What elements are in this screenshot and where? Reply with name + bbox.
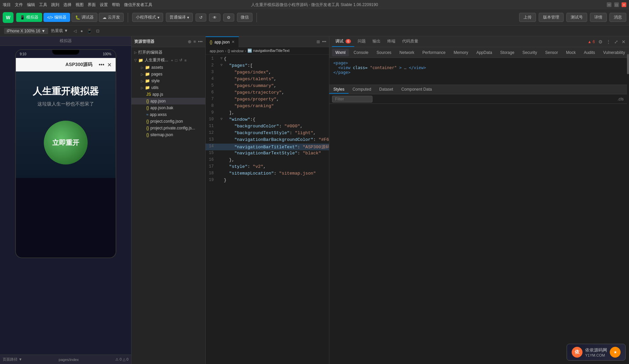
subtab-network[interactable]: Network: [396, 49, 418, 56]
tab-quality[interactable]: 代码质量: [399, 36, 422, 47]
subtab-sources[interactable]: Sources: [373, 49, 395, 56]
close-button[interactable]: ✕: [622, 2, 626, 7]
folder-utils[interactable]: ▷ 📁 utils: [131, 84, 205, 91]
back-icon[interactable]: ◁: [73, 29, 77, 33]
open-editors-section[interactable]: ▷ 打开的编辑器: [131, 49, 205, 56]
message-button[interactable]: 消息: [609, 13, 626, 22]
subtab-sensor[interactable]: Sensor: [542, 49, 561, 56]
new-folder-btn[interactable]: □: [175, 58, 177, 62]
fold-arrow[interactable]: ▽: [219, 117, 224, 121]
menu-item-wechat[interactable]: 微信开发者工具: [124, 2, 152, 8]
devtools-expand-icon[interactable]: ⤢: [613, 38, 619, 45]
subtab-console[interactable]: Console: [350, 49, 372, 56]
subtab-memory[interactable]: Memory: [450, 49, 472, 56]
screenshot-icon[interactable]: ⊡: [96, 29, 99, 33]
file-appjsonbak[interactable]: {} app.json.bak: [131, 104, 205, 111]
editor-code-content[interactable]: 1 ▽ { 2 ▽ "pages":[ 3 "pages/index", 4: [206, 55, 329, 364]
more-editor-icon[interactable]: •••: [322, 39, 326, 44]
phone-restart-button[interactable]: 立即重开: [44, 121, 88, 164]
collapse-tree-btn[interactable]: ≡: [184, 58, 186, 62]
window-controls[interactable]: ─ □ ✕: [607, 2, 626, 7]
menu-bar[interactable]: 项目 文件 编辑 工具 跳到 选择 视图 界面 设置 帮助 微信开发者工具: [3, 2, 152, 8]
compile-dropdown[interactable]: 普通编译 ▾: [166, 13, 193, 22]
menu-item-interface[interactable]: 界面: [88, 2, 96, 8]
project-root[interactable]: ▽ 📁 人生重开模... + □ ↺ ≡: [131, 56, 205, 64]
tab-output[interactable]: 输出: [369, 36, 384, 47]
collapse-all-icon[interactable]: ≡: [193, 39, 196, 44]
folder-pages[interactable]: ▷ 📁 pages: [131, 71, 205, 78]
styles-tab-styles[interactable]: Styles: [329, 86, 349, 94]
tab-debug[interactable]: 调试 6: [332, 36, 354, 47]
file-projectconfig[interactable]: {} project.config.json: [131, 118, 205, 125]
more-icon[interactable]: •••: [198, 39, 203, 44]
debugger-button[interactable]: 🐛 调试器: [71, 13, 97, 22]
fold-arrow[interactable]: ▽: [219, 63, 224, 67]
subtab-security[interactable]: Security: [519, 49, 540, 56]
split-editor-icon[interactable]: ⊞: [317, 39, 320, 44]
file-projectprivate[interactable]: {} project.private.config.js...: [131, 125, 205, 131]
device-selector[interactable]: iPhone X 100% 16 ▼: [4, 28, 48, 34]
devtools-close-icon[interactable]: ✕: [621, 38, 626, 45]
styles-tab-dataset[interactable]: Dataset: [375, 86, 397, 94]
dots-icon[interactable]: •••: [99, 62, 104, 68]
subtab-performance[interactable]: Performance: [419, 49, 449, 56]
folder-assets[interactable]: ▷ 📁 assets: [131, 64, 205, 71]
subtab-wxml[interactable]: Wxml: [332, 49, 349, 56]
menu-item-tool[interactable]: 工具: [39, 2, 47, 8]
settings-toolbar-button[interactable]: ⚙: [223, 13, 234, 22]
menu-item-help[interactable]: 帮助: [112, 2, 120, 8]
cloud-button[interactable]: ☁ 云开发: [99, 13, 124, 22]
subtab-audits[interactable]: Audits: [580, 49, 598, 56]
styles-filter-input[interactable]: [332, 96, 372, 102]
subtab-appdata[interactable]: AppData: [473, 49, 496, 56]
styles-tab-component[interactable]: Component Data: [397, 86, 436, 94]
test-button[interactable]: 测试号: [566, 13, 587, 22]
device-icon[interactable]: 📱: [87, 29, 92, 33]
wechat-button[interactable]: 微信: [237, 13, 252, 22]
filetree-actions[interactable]: ⊕ ≡ •••: [188, 39, 203, 44]
view-tag[interactable]: <view: [338, 65, 350, 70]
menu-item-select[interactable]: 选择: [63, 2, 71, 8]
menu-item-project[interactable]: 项目: [3, 2, 11, 8]
fold-arrow[interactable]: ▽: [219, 56, 224, 60]
editor-scrollbar-thumb[interactable]: [627, 54, 629, 74]
minimize-button[interactable]: ─: [607, 2, 611, 7]
styles-tab-computed[interactable]: Computed: [349, 86, 375, 94]
file-appjs[interactable]: JS app.js: [131, 91, 205, 98]
tab-issues[interactable]: 问题: [354, 36, 369, 47]
phone-nav-icons[interactable]: ••• ✕: [99, 62, 112, 68]
maximize-button[interactable]: □: [614, 2, 619, 7]
tab-appjson[interactable]: {} app.json ✕: [206, 36, 239, 47]
tab-close-button[interactable]: ✕: [232, 40, 235, 44]
editor-scrollbar[interactable]: [627, 54, 629, 320]
new-file-btn[interactable]: +: [171, 58, 173, 62]
upload-button[interactable]: 上传: [519, 13, 536, 22]
mode-dropdown[interactable]: 小程序模式 ▾: [132, 13, 163, 22]
page-tag[interactable]: <page>: [333, 61, 348, 65]
menu-item-goto[interactable]: 跳到: [51, 2, 59, 8]
tab-terminal[interactable]: 终端: [384, 36, 399, 47]
preview-button[interactable]: 👁: [209, 13, 220, 22]
file-appjson[interactable]: {} app.json: [131, 98, 205, 104]
menu-item-edit[interactable]: 编辑: [27, 2, 35, 8]
hotreload-toggle[interactable]: 热重载 ▼: [51, 28, 68, 34]
devtools-more-icon[interactable]: ⋮: [605, 38, 611, 45]
folder-style[interactable]: ▷ 📁 style: [131, 78, 205, 84]
editor-button[interactable]: </> 编辑器: [43, 13, 70, 22]
devtools-settings-icon[interactable]: ⚙: [598, 38, 603, 45]
subtab-vulnerability[interactable]: Vulnerability: [600, 49, 628, 56]
menu-item-file[interactable]: 文件: [15, 2, 23, 8]
stop-icon[interactable]: ●: [81, 29, 83, 33]
file-appwxss[interactable]: ≈ app.wxss: [131, 111, 205, 118]
refresh-tree-btn[interactable]: ↺: [179, 58, 182, 62]
detail-button[interactable]: 详情: [590, 13, 607, 22]
menu-item-view[interactable]: 视图: [76, 2, 84, 8]
version-button[interactable]: 版本管理: [539, 13, 564, 22]
simulator-button[interactable]: 📱 模拟器: [16, 13, 42, 22]
subtab-mock[interactable]: Mock: [563, 49, 579, 56]
subtab-storage[interactable]: Storage: [497, 49, 518, 56]
close-nav-icon[interactable]: ✕: [107, 62, 112, 68]
file-sitemap[interactable]: {} sitemap.json: [131, 131, 205, 138]
menu-item-settings[interactable]: 设置: [100, 2, 108, 8]
new-file-icon[interactable]: ⊕: [188, 39, 191, 44]
